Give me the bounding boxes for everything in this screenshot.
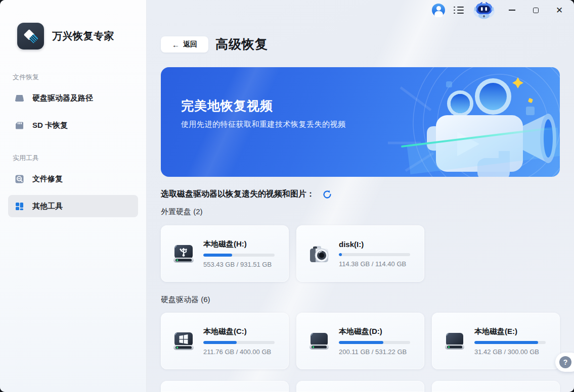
drive-card-i[interactable]: disk(I:) 114.38 GB / 114.40 GB	[296, 225, 424, 282]
refresh-icon[interactable]	[322, 189, 332, 200]
drive-size: 211.76 GB / 400.00 GB	[203, 348, 275, 356]
video-recovery-banner[interactable]: 完美地恢复视频 使用先进的特征获取和重建技术恢复丢失的视频	[161, 67, 560, 177]
other-tools-icon	[14, 201, 25, 212]
usb-drive-icon	[171, 241, 196, 266]
hard-drive-dark-icon	[307, 329, 331, 353]
app-window: 万兴恢复专家 文件恢复 硬盘驱动器及路径 SD 卡恢复	[0, 0, 574, 392]
group-label-external-drives: 外置硬盘 (2)	[161, 207, 203, 217]
help-icon: ?	[559, 356, 571, 368]
sidebar-item-label: SD 卡恢复	[32, 121, 68, 130]
select-drive-row: 选取磁盘驱动器以恢复遗失的视频和图片：	[161, 189, 332, 200]
capacity-bar	[203, 254, 275, 257]
drive-name: 本地磁盘(C:)	[203, 327, 275, 336]
help-button[interactable]: ?	[555, 353, 574, 372]
sidebar-item-sd-card[interactable]: SD 卡恢复	[8, 114, 138, 136]
select-drive-prompt: 选取磁盘驱动器以恢复遗失的视频和图片：	[161, 189, 315, 200]
capacity-bar	[474, 341, 546, 344]
sidebar-item-label: 其他工具	[32, 202, 63, 211]
hard-drive-dark-icon	[443, 329, 467, 353]
minimize-button[interactable]	[504, 3, 519, 18]
drive-size: 31.42 GB / 300.00 GB	[474, 348, 546, 356]
camera-drive-icon	[307, 241, 331, 266]
drive-card-e[interactable]: 本地磁盘(E:) 31.42 GB / 300.00 GB	[432, 313, 560, 369]
close-button[interactable]: ✕	[552, 3, 567, 18]
drive-info: 本地磁盘(E:) 31.42 GB / 300.00 GB	[474, 327, 546, 356]
drive-size: 200.11 GB / 531.22 GB	[339, 348, 410, 356]
sd-card-icon	[14, 120, 25, 131]
file-repair-icon	[14, 173, 25, 184]
drive-card-partial[interactable]	[432, 381, 560, 392]
sidebar-section-file-recovery: 文件恢复	[13, 73, 146, 82]
drive-name: 本地磁盘(E:)	[474, 327, 546, 336]
drive-name: disk(I:)	[339, 240, 410, 249]
back-button-label: 返回	[183, 40, 197, 49]
sidebar-item-drives-paths[interactable]: 硬盘驱动器及路径	[8, 87, 138, 109]
drive-name: 本地磁盘(D:)	[339, 327, 410, 336]
page-title: 高级恢复	[215, 36, 268, 53]
hard-drive-icon	[14, 92, 25, 104]
app-name: 万兴恢复专家	[52, 29, 114, 43]
task-list-icon[interactable]	[454, 6, 464, 15]
assistant-robot-icon[interactable]	[472, 1, 496, 19]
drive-info: 本地磁盘(H:) 553.43 GB / 931.51 GB	[203, 239, 275, 268]
drive-info: 本地磁盘(C:) 211.76 GB / 400.00 GB	[203, 327, 275, 356]
maximize-button[interactable]	[528, 3, 543, 18]
sidebar-item-file-repair[interactable]: 文件修复	[8, 168, 138, 190]
drive-info: disk(I:) 114.38 GB / 114.40 GB	[339, 240, 410, 268]
drive-size: 114.38 GB / 114.40 GB	[339, 260, 410, 268]
user-avatar-icon[interactable]	[432, 4, 445, 17]
drive-card-d[interactable]: 本地磁盘(D:) 200.11 GB / 531.22 GB	[296, 313, 424, 369]
drive-card-h[interactable]: 本地磁盘(H:) 553.43 GB / 931.51 GB	[161, 225, 289, 282]
banner-title: 完美地恢复视频	[181, 97, 273, 114]
app-logo-icon	[17, 23, 44, 50]
drive-size: 553.43 GB / 931.51 GB	[203, 261, 275, 268]
video-camera-illustration	[385, 67, 560, 177]
close-icon: ✕	[556, 6, 563, 15]
sidebar: 万兴恢复专家 文件恢复 硬盘驱动器及路径 SD 卡恢复	[0, 0, 147, 392]
back-arrow-icon: ←	[172, 40, 180, 49]
main-panel: ✕ ← 返回 高级恢复 完美地恢复视频 使用先进的特征获取和重建技术恢复丢失的视…	[147, 0, 574, 392]
drive-name: 本地磁盘(H:)	[203, 239, 275, 249]
title-bar: ✕	[432, 0, 567, 20]
minimize-icon	[509, 10, 515, 11]
sidebar-item-label: 文件修复	[32, 174, 63, 184]
maximize-icon	[533, 8, 539, 13]
sidebar-item-label: 硬盘驱动器及路径	[32, 93, 93, 103]
capacity-bar	[203, 341, 275, 344]
capacity-bar	[339, 341, 410, 344]
sidebar-item-other-tools[interactable]: 其他工具	[8, 195, 138, 217]
windows-drive-icon	[171, 329, 196, 353]
banner-subtitle: 使用先进的特征获取和重建技术恢复丢失的视频	[181, 120, 346, 129]
drive-card-c[interactable]: 本地磁盘(C:) 211.76 GB / 400.00 GB	[161, 313, 289, 369]
capacity-bar	[339, 253, 410, 256]
drive-info: 本地磁盘(D:) 200.11 GB / 531.22 GB	[339, 327, 410, 356]
app-logo-row: 万兴恢复专家	[17, 23, 146, 50]
drive-card-partial[interactable]	[161, 381, 289, 392]
drive-card-partial[interactable]	[296, 381, 424, 392]
group-label-hard-drives: 硬盘驱动器 (6)	[161, 295, 210, 305]
back-button[interactable]: ← 返回	[161, 36, 208, 53]
sidebar-section-utilities: 实用工具	[13, 154, 146, 163]
